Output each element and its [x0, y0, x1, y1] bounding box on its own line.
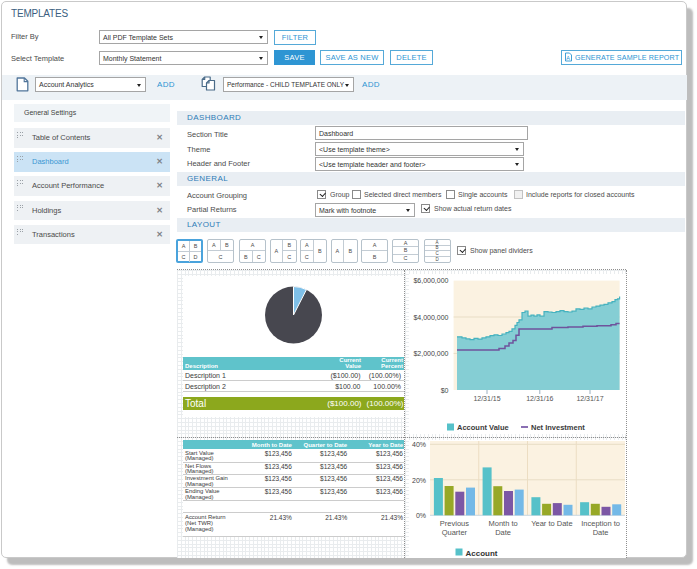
svg-text:Year to Date: Year to Date [531, 519, 572, 528]
svg-text:Account Value: Account Value [457, 423, 509, 432]
svg-text:$4,000,000: $4,000,000 [413, 314, 448, 321]
svg-text:Net Investment: Net Investment [531, 423, 585, 432]
svg-text:20%: 20% [412, 477, 426, 484]
svg-text:Date: Date [495, 528, 511, 537]
svg-text:Date: Date [593, 528, 609, 537]
svg-text:Quarter: Quarter [442, 528, 468, 537]
svg-text:Month to: Month to [489, 519, 518, 528]
svg-text:Inception to: Inception to [581, 519, 620, 528]
svg-text:$2,000,000: $2,000,000 [413, 350, 448, 357]
svg-text:Previous: Previous [440, 519, 469, 528]
svg-text:$0: $0 [441, 387, 449, 394]
svg-text:0%: 0% [416, 512, 426, 519]
svg-text:40%: 40% [412, 441, 426, 448]
svg-text:A: A [566, 55, 570, 61]
svg-text:12/31/16: 12/31/16 [526, 395, 553, 402]
svg-text:Account: Account [466, 549, 498, 558]
svg-text:$6,000,000: $6,000,000 [413, 277, 448, 284]
svg-text:12/31/17: 12/31/17 [576, 395, 603, 402]
svg-text:12/31/15: 12/31/15 [473, 395, 500, 402]
